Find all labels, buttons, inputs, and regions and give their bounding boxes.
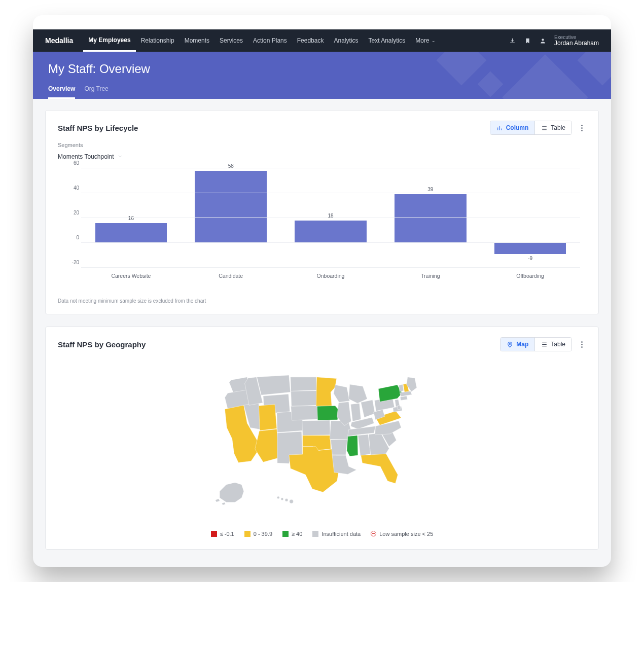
map-legend: ≤ -0.10 - 39.9≥ 40Insufficient dataLow s… <box>58 527 586 539</box>
bar-offboarding[interactable]: -9Offboarding <box>480 168 580 268</box>
swatch-gray <box>312 531 318 537</box>
state-ak[interactable] <box>216 483 244 505</box>
nav-text-analytics[interactable]: Text Analytics <box>363 29 410 52</box>
bar-value: -9 <box>528 256 532 261</box>
state-al[interactable] <box>358 435 371 456</box>
page-banner: My Staff: Overview OverviewOrg Tree <box>33 52 611 99</box>
svg-point-2 <box>281 498 283 500</box>
nav-feedback[interactable]: Feedback <box>292 29 329 52</box>
legend-item: Insufficient data <box>312 531 361 537</box>
y-tick: 40 <box>66 185 79 191</box>
state-mt[interactable] <box>257 375 291 395</box>
toggle-map[interactable]: Map <box>500 338 534 351</box>
view-toggle: Column Table <box>490 121 572 135</box>
table-icon <box>541 341 548 348</box>
nav-services[interactable]: Services <box>214 29 248 52</box>
state-fl[interactable] <box>361 454 398 483</box>
nav-relationship[interactable]: Relationship <box>136 29 180 52</box>
map-pin-icon <box>507 341 513 348</box>
low-sample-icon <box>371 531 376 536</box>
chevron-down-icon: ⌄ <box>432 38 436 43</box>
bar-value: 39 <box>427 187 433 192</box>
state-mi[interactable] <box>349 384 367 403</box>
bar-candidate[interactable]: 58Candidate <box>181 168 281 268</box>
user-name: Jordan Abraham <box>554 40 599 47</box>
bar-value: 16 <box>128 215 134 221</box>
bookmark-icon[interactable] <box>524 37 532 45</box>
swatch-green <box>282 531 289 537</box>
state-sd[interactable] <box>291 391 317 407</box>
table-icon <box>541 125 548 131</box>
state-mn[interactable] <box>316 377 337 407</box>
nav-my-employees[interactable]: My Employees <box>83 29 135 52</box>
state-oh[interactable] <box>361 400 375 418</box>
svg-point-1 <box>510 343 511 344</box>
view-toggle: Map Table <box>500 337 572 351</box>
y-tick: 20 <box>66 210 79 215</box>
y-tick: -20 <box>66 260 79 265</box>
chevron-down-icon: ﹀ <box>118 154 123 160</box>
user-block[interactable]: Executive Jordan Abraham <box>554 34 599 47</box>
legend-item: ≤ -0.1 <box>211 531 234 537</box>
card-nps-geography: Staff NPS by Geography Map Table <box>45 327 599 550</box>
svg-point-0 <box>542 39 544 41</box>
x-label: Onboarding <box>317 273 345 279</box>
svg-point-3 <box>285 498 288 501</box>
svg-point-4 <box>290 499 294 503</box>
legend-item: ≥ 40 <box>282 531 302 537</box>
state-ut[interactable] <box>259 404 276 430</box>
state-ks[interactable] <box>302 420 331 436</box>
tab-overview[interactable]: Overview <box>48 85 75 99</box>
segments-label: Segments <box>58 142 586 148</box>
state-ct[interactable] <box>400 396 407 401</box>
download-icon[interactable] <box>509 37 517 45</box>
legend-item: 0 - 39.9 <box>244 531 272 537</box>
state-nd[interactable] <box>291 377 317 391</box>
toggle-table[interactable]: Table <box>534 338 571 351</box>
nav-action-plans[interactable]: Action Plans <box>248 29 292 52</box>
y-tick: 0 <box>66 235 79 240</box>
legend-item: Low sample size < 25 <box>371 531 433 537</box>
state-ny[interactable] <box>378 385 402 402</box>
bar-onboarding[interactable]: 18Onboarding <box>281 168 381 268</box>
state-in[interactable] <box>351 403 361 421</box>
card-nps-lifecycle: Staff NPS by Lifecycle Column Table <box>45 110 599 314</box>
x-label: Training <box>421 273 440 279</box>
nav-analytics[interactable]: Analytics <box>329 29 363 52</box>
y-tick: 60 <box>66 160 79 166</box>
swatch-yellow <box>244 531 251 537</box>
column-chart-icon <box>496 125 503 131</box>
toggle-column[interactable]: Column <box>490 121 535 134</box>
x-label: Candidate <box>219 273 243 279</box>
state-az[interactable] <box>255 429 279 462</box>
state-wi[interactable] <box>334 385 350 403</box>
state-ms[interactable] <box>347 436 358 456</box>
card-menu-icon[interactable] <box>577 340 586 349</box>
swatch-red <box>211 531 217 537</box>
user-icon[interactable] <box>539 37 547 45</box>
nav-moments[interactable]: Moments <box>180 29 214 52</box>
page-title: My Staff: Overview <box>48 62 596 76</box>
state-vt[interactable] <box>399 384 404 391</box>
us-map[interactable] <box>205 374 439 520</box>
bar-careers-website[interactable]: 16Careers Website <box>81 168 181 268</box>
card-title: Staff NPS by Geography <box>58 340 146 349</box>
state-ar[interactable] <box>331 439 347 455</box>
brand-logo: Medallia <box>45 37 73 45</box>
card-title: Staff NPS by Lifecycle <box>58 124 138 132</box>
state-ia[interactable] <box>317 406 338 420</box>
card-menu-icon[interactable] <box>577 123 586 132</box>
toggle-table[interactable]: Table <box>534 121 571 134</box>
state-la[interactable] <box>332 455 356 474</box>
state-de[interactable] <box>398 405 401 410</box>
top-nav: Medallia My EmployeesRelationshipMoments… <box>33 29 611 52</box>
bar-training[interactable]: 39Training <box>380 168 480 268</box>
tab-org-tree[interactable]: Org Tree <box>84 85 108 99</box>
state-hi[interactable] <box>277 496 279 499</box>
x-label: Careers Website <box>111 273 151 279</box>
x-label: Offboarding <box>516 273 544 279</box>
chart-footnote: Data not meeting minimum sample size is … <box>58 298 586 304</box>
nav-more[interactable]: More⌄ <box>410 29 440 52</box>
bar-chart: 16Careers Website58Candidate18Onboarding… <box>67 166 586 283</box>
